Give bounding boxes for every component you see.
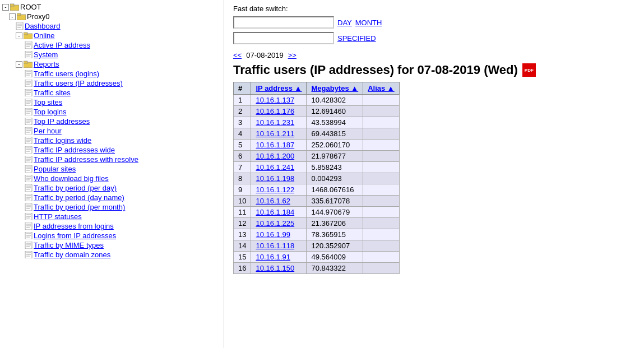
date-input-2[interactable]: [233, 32, 334, 44]
report-link[interactable]: Per hour: [34, 127, 62, 135]
ip-link[interactable]: 10.16.1.118: [256, 242, 294, 250]
ip-link[interactable]: 10.16.1.122: [256, 185, 294, 194]
cell-ip[interactable]: 10.16.1.91: [251, 252, 307, 263]
report-link[interactable]: Popular sites: [34, 165, 76, 173]
sidebar-item-traffic-users-ip-addresses[interactable]: Traffic users (IP addresses): [0, 78, 224, 88]
online-link[interactable]: Online: [34, 31, 55, 40]
sidebar-item-logins-from-ip-addresses[interactable]: Logins from IP addresses: [0, 231, 224, 240]
sidebar-item-online[interactable]: - Online: [0, 31, 224, 40]
report-link[interactable]: Traffic users (IP addresses): [34, 79, 123, 87]
sidebar-item-traffic-logins-wide[interactable]: Traffic logins wide: [0, 136, 224, 145]
ip-link[interactable]: 10.16.1.176: [256, 107, 294, 115]
cell-ip[interactable]: 10.16.1.200: [251, 151, 307, 162]
report-link[interactable]: Top logins: [34, 108, 67, 116]
sidebar-item-traffic-ip-addresses-wide[interactable]: Traffic IP addresses wide: [0, 145, 224, 155]
dashboard-link[interactable]: Dashboard: [25, 22, 61, 30]
sidebar-item-traffic-by-period-per-month[interactable]: Traffic by period (per month): [0, 202, 224, 212]
report-link[interactable]: Top sites: [34, 98, 62, 106]
sidebar-item-proxy[interactable]: - Proxy0: [0, 12, 224, 21]
toggle-root[interactable]: -: [2, 4, 9, 11]
reports-link[interactable]: Reports: [34, 60, 59, 68]
sidebar-item-system[interactable]: System: [0, 50, 224, 59]
cell-ip[interactable]: 10.16.1.184: [251, 207, 307, 218]
sidebar-item-traffic-ip-addresses-with-resolve[interactable]: Traffic IP addresses with resolve: [0, 155, 224, 164]
cell-ip[interactable]: 10.16.1.62: [251, 196, 307, 207]
report-link[interactable]: HTTP statuses: [34, 212, 82, 221]
month-link[interactable]: MONTH: [355, 18, 382, 27]
sidebar-item-ip-addresses-from-logins[interactable]: IP addresses from logins: [0, 221, 224, 231]
toggle-online[interactable]: -: [16, 33, 22, 39]
cell-ip[interactable]: 10.16.1.118: [251, 240, 307, 252]
sidebar-item-per-hour[interactable]: Per hour: [0, 126, 224, 136]
ip-link[interactable]: 10.16.1.187: [256, 141, 294, 149]
col-header-alias[interactable]: Alias ▲: [363, 82, 400, 95]
pdf-icon[interactable]: PDF: [522, 63, 536, 77]
col-header-ip[interactable]: IP address ▲: [251, 82, 307, 95]
ip-link[interactable]: 10.16.1.200: [256, 152, 294, 160]
sidebar-item-http-statuses[interactable]: HTTP statuses: [0, 212, 224, 221]
col-header-num[interactable]: #: [234, 82, 251, 95]
cell-ip[interactable]: 10.16.1.225: [251, 218, 307, 229]
sidebar-item-top-logins[interactable]: Top logins: [0, 107, 224, 117]
report-link[interactable]: Traffic by domain zones: [34, 250, 110, 259]
prev-link[interactable]: <<: [233, 51, 242, 59]
toggle-proxy[interactable]: -: [9, 13, 16, 20]
sidebar-item-root[interactable]: - ROOT: [0, 2, 224, 12]
sidebar-item-top-ip-addresses[interactable]: Top IP addresses: [0, 117, 224, 126]
sidebar-item-dashboard[interactable]: Dashboard: [0, 21, 224, 31]
report-link[interactable]: IP addresses from logins: [34, 222, 114, 230]
report-link[interactable]: Traffic by period (per day): [34, 184, 117, 192]
report-link[interactable]: Logins from IP addresses: [34, 231, 116, 240]
toggle-reports[interactable]: -: [16, 61, 22, 68]
cell-ip[interactable]: 10.16.1.99: [251, 229, 307, 240]
sidebar-item-traffic-by-domain-zones[interactable]: Traffic by domain zones: [0, 250, 224, 259]
ip-link[interactable]: 10.16.1.150: [256, 264, 294, 272]
ip-link[interactable]: 10.16.1.241: [256, 163, 294, 171]
sidebar-item-who-download-big-files[interactable]: Who download big files: [0, 174, 224, 183]
sidebar-item-reports[interactable]: - Reports: [0, 59, 224, 69]
sidebar-item-traffic-by-mime-types[interactable]: Traffic by MIME types: [0, 240, 224, 250]
system-link[interactable]: System: [34, 50, 58, 59]
sidebar-item-traffic-by-period-per-day[interactable]: Traffic by period (per day): [0, 183, 224, 193]
ip-link[interactable]: 10.16.1.137: [256, 96, 294, 104]
sidebar-item-active-ip[interactable]: Active IP address: [0, 40, 224, 50]
report-link[interactable]: Traffic by period (day name): [34, 193, 124, 202]
report-link[interactable]: Traffic IP addresses with resolve: [34, 155, 138, 164]
cell-ip[interactable]: 10.16.1.176: [251, 106, 307, 117]
cell-ip[interactable]: 10.16.1.137: [251, 95, 307, 106]
report-link[interactable]: Traffic sites: [34, 89, 71, 97]
report-link[interactable]: Traffic logins wide: [34, 136, 91, 145]
col-header-alias-link[interactable]: Alias ▲: [368, 84, 395, 92]
active-ip-link[interactable]: Active IP address: [34, 41, 90, 49]
ip-link[interactable]: 10.16.1.225: [256, 219, 294, 228]
ip-link[interactable]: 10.16.1.231: [256, 118, 294, 127]
cell-ip[interactable]: 10.16.1.198: [251, 173, 307, 184]
ip-link[interactable]: 10.16.1.211: [256, 129, 294, 138]
col-header-mb[interactable]: Megabytes ▲: [307, 82, 363, 95]
ip-link[interactable]: 10.16.1.91: [256, 253, 290, 261]
day-link[interactable]: DAY: [337, 18, 352, 27]
report-link[interactable]: Top IP addresses: [34, 117, 90, 126]
cell-ip[interactable]: 10.16.1.187: [251, 140, 307, 151]
cell-ip[interactable]: 10.16.1.122: [251, 184, 307, 196]
sidebar-item-traffic-sites[interactable]: Traffic sites: [0, 88, 224, 98]
specified-link[interactable]: SPECIFIED: [337, 34, 376, 43]
cell-ip[interactable]: 10.16.1.211: [251, 128, 307, 140]
ip-link[interactable]: 10.16.1.99: [256, 230, 290, 239]
ip-link[interactable]: 10.16.1.184: [256, 208, 294, 216]
next-link[interactable]: >>: [288, 51, 296, 59]
ip-link[interactable]: 10.16.1.198: [256, 174, 294, 183]
report-link[interactable]: Traffic IP addresses wide: [34, 146, 115, 154]
ip-link[interactable]: 10.16.1.62: [256, 197, 290, 205]
cell-ip[interactable]: 10.16.1.231: [251, 117, 307, 128]
report-link[interactable]: Traffic users (logins): [34, 69, 99, 78]
date-input-1[interactable]: [233, 16, 334, 29]
sidebar-item-popular-sites[interactable]: Popular sites: [0, 164, 224, 174]
cell-ip[interactable]: 10.16.1.241: [251, 162, 307, 173]
report-link[interactable]: Traffic by MIME types: [34, 241, 104, 249]
col-header-ip-link[interactable]: IP address ▲: [256, 84, 302, 92]
sidebar-item-traffic-users-logins[interactable]: Traffic users (logins): [0, 69, 224, 78]
report-link[interactable]: Who download big files: [34, 174, 109, 183]
sidebar-item-top-sites[interactable]: Top sites: [0, 98, 224, 107]
cell-ip[interactable]: 10.16.1.150: [251, 263, 307, 274]
